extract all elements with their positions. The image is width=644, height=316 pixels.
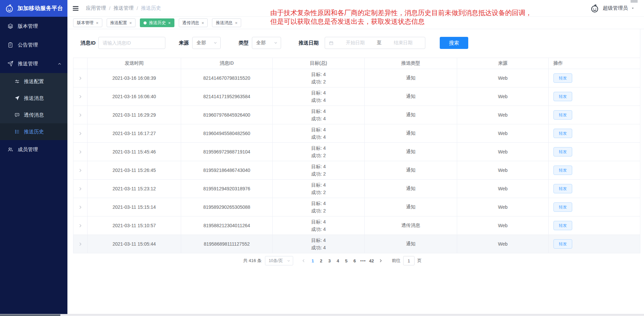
row-expand-icon[interactable]	[78, 168, 83, 173]
tab-push-message[interactable]: 推送消息 ×	[212, 18, 241, 27]
forward-button[interactable]: 转发	[553, 73, 572, 83]
sidebar-item-passthrough-message[interactable]: 透传消息	[0, 107, 67, 123]
user-dropdown[interactable]: 超级管理员	[590, 3, 635, 13]
forward-button[interactable]: 转发	[553, 239, 572, 249]
forward-button[interactable]: 转发	[553, 147, 572, 156]
row-expand-icon[interactable]	[78, 242, 83, 246]
row-expand-icon[interactable]	[78, 187, 83, 191]
chevron-right-icon	[379, 259, 383, 263]
forward-button[interactable]: 转发	[553, 202, 572, 212]
clipboard-icon	[7, 42, 13, 48]
cell-send-time: 2021-03-11 15:26:45	[88, 161, 181, 180]
sidebar-item-label: 透传消息	[24, 112, 44, 118]
source-select[interactable]: 全部	[192, 37, 221, 49]
cell-source: Web	[457, 87, 549, 106]
sidebar-item-announcement[interactable]: 公告管理	[0, 36, 67, 54]
page-number-5[interactable]: 5	[342, 258, 351, 263]
page-number-1[interactable]: 1	[309, 258, 317, 263]
tab-close-icon[interactable]: ×	[235, 21, 237, 25]
cell-target: 目标: 4成功: 2	[273, 161, 365, 180]
cell-push-type: 通知	[365, 198, 457, 216]
chevron-down-icon	[274, 41, 278, 45]
sidebar-item-push[interactable]: 推送管理	[0, 54, 67, 73]
message-id-input[interactable]	[98, 37, 165, 49]
row-expand-icon[interactable]	[78, 205, 83, 209]
horizontal-scrollbar-thumb[interactable]	[0, 314, 60, 316]
col-push-type-header: 推送类型	[365, 58, 457, 69]
target-total: 目标: 4	[273, 163, 364, 170]
tab-version-management[interactable]: 版本管理 ×	[73, 18, 102, 27]
target-success: 成功: 2	[273, 170, 364, 178]
target-total: 目标: 4	[273, 144, 364, 152]
tab-close-icon[interactable]: ×	[202, 21, 204, 25]
cell-push-type: 通知	[365, 161, 457, 180]
cell-target: 目标: 4成功: 4	[273, 235, 365, 253]
forward-button[interactable]: 转发	[553, 92, 572, 101]
col-send-time-header: 发送时间	[88, 58, 181, 69]
tab-label: 透传消息	[182, 20, 199, 26]
tab-passthrough-message[interactable]: 透传消息 ×	[179, 18, 208, 27]
target-total: 目标: 4	[273, 237, 364, 244]
forward-button[interactable]: 转发	[553, 129, 572, 138]
row-expand-icon[interactable]	[78, 113, 83, 117]
col-action-header: 操作	[549, 58, 640, 69]
date-range-separator: 至	[377, 40, 382, 46]
forward-button[interactable]: 转发	[553, 166, 572, 175]
prev-page-button[interactable]	[299, 259, 309, 263]
cell-message-id: 819586898111127552	[181, 235, 273, 253]
tab-close-icon[interactable]: ×	[168, 21, 171, 25]
sidebar-item-members[interactable]: 成员管理	[0, 140, 67, 159]
sidebar-item-push-history[interactable]: 推送历史	[0, 123, 67, 140]
start-date-placeholder[interactable]: 开始日期	[337, 40, 374, 46]
table-row: 2021-03-16 16:08:39 821414670798315520 目…	[73, 69, 640, 87]
tab-close-icon[interactable]: ×	[96, 21, 99, 25]
cell-target: 目标: 4成功: 4	[273, 87, 365, 106]
chevron-down-icon	[287, 259, 290, 263]
breadcrumb-item-push-management[interactable]: 推送管理	[113, 5, 133, 11]
vertical-scrollbar-thumb[interactable]	[631, 0, 638, 3]
chat-bubble-icon	[14, 112, 20, 118]
sidebar-item-label: 公告管理	[18, 42, 38, 48]
cell-target: 目标: 4成功: 2	[273, 198, 365, 216]
forward-button[interactable]: 转发	[553, 110, 572, 120]
page-number-4[interactable]: 4	[334, 258, 342, 263]
hamburger-menu-icon[interactable]	[72, 5, 79, 12]
breadcrumb: 应用管理 / 推送管理 / 推送历史	[86, 5, 161, 11]
row-expand-icon[interactable]	[78, 76, 83, 80]
row-expand-icon[interactable]	[78, 224, 83, 228]
cell-message-id: 819592186486743040	[181, 161, 273, 180]
row-expand-icon[interactable]	[78, 94, 83, 99]
table-header-row: 发送时间 消息ID 目标(总) 推送类型 来源 操作	[73, 58, 640, 69]
page-number-2[interactable]: 2	[317, 258, 325, 263]
forward-button[interactable]: 转发	[553, 221, 572, 230]
date-range-picker[interactable]: 开始日期 至 结束日期	[325, 37, 425, 49]
brand-face-icon	[4, 3, 14, 13]
avatar-face-icon	[590, 3, 600, 13]
type-label: 类型	[238, 40, 249, 46]
sidebar-item-version[interactable]: 版本管理	[0, 17, 67, 36]
sidebar-item-push-message[interactable]: 推送消息	[0, 90, 67, 107]
more-pages-icon[interactable]: •••	[359, 258, 367, 263]
row-expand-icon[interactable]	[78, 150, 83, 154]
sidebar-item-push-config[interactable]: 推送配置	[0, 73, 67, 90]
search-button[interactable]: 搜索	[440, 37, 468, 49]
page-number-3[interactable]: 3	[325, 258, 334, 263]
cell-send-time: 2021-03-16 16:08:39	[88, 69, 181, 87]
page-number-6[interactable]: 6	[351, 258, 359, 263]
tab-push-config[interactable]: 推送配置 ×	[107, 18, 136, 27]
cell-source: Web	[457, 161, 549, 180]
breadcrumb-separator: /	[109, 5, 110, 11]
type-select[interactable]: 全部	[252, 37, 281, 49]
breadcrumb-item-app-management[interactable]: 应用管理	[86, 5, 106, 11]
next-page-button[interactable]	[376, 259, 386, 263]
tab-push-history[interactable]: 推送历史 ×	[140, 18, 174, 27]
row-expand-icon[interactable]	[78, 131, 83, 136]
goto-page-input[interactable]	[403, 256, 415, 265]
end-date-placeholder[interactable]: 结束日期	[385, 40, 422, 46]
page-size-select[interactable]: 10条/页	[265, 256, 293, 265]
horizontal-scrollbar[interactable]	[0, 314, 644, 316]
tab-label: 推送配置	[110, 20, 127, 26]
page-number-42[interactable]: 42	[367, 258, 376, 263]
forward-button[interactable]: 转发	[553, 184, 572, 193]
tab-close-icon[interactable]: ×	[129, 21, 132, 25]
